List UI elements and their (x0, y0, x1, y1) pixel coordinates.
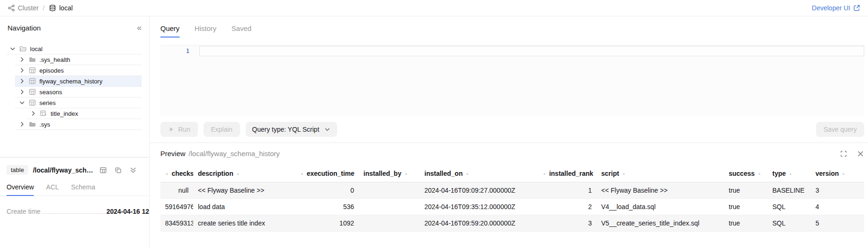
save-query-button[interactable]: Save query (816, 122, 864, 137)
cell-type: BASELINE (768, 182, 811, 199)
section-divider (150, 143, 868, 143)
tab-schema[interactable]: Schema (71, 183, 95, 195)
cell-installed-on: 2024-04-16T09:59:20.000000Z (420, 215, 538, 232)
column-header-installed-by[interactable]: installed_by▲ (359, 164, 420, 182)
sort-asc-icon: ▲ (404, 172, 408, 176)
database-icon (49, 4, 56, 12)
chevron-down-icon[interactable] (9, 45, 16, 52)
explain-button[interactable]: Explain (204, 122, 240, 137)
chevron-right-icon[interactable] (19, 121, 25, 128)
open-preview-icon[interactable] (99, 166, 107, 174)
tree-item-local[interactable]: local (6, 44, 142, 54)
external-link-icon (853, 4, 860, 12)
object-info-header: table /local/flyway_sch… (0, 158, 149, 175)
editor-current-line[interactable] (199, 46, 864, 56)
column-header-installed-on[interactable]: installed_on▲ (420, 164, 538, 182)
cell-installed-on: 2024-04-16T09:09:27.000000Z (420, 182, 538, 199)
cell-installed-by (359, 182, 420, 199)
copy-icon[interactable] (114, 166, 122, 174)
query-type-select[interactable]: Query type: YQL Script (246, 122, 337, 137)
tree-item-seasons[interactable]: seasons (15, 87, 142, 98)
column-header-execution-time[interactable]: ▲execution_time (295, 164, 359, 182)
explain-label: Explain (211, 126, 233, 133)
play-icon (168, 126, 174, 133)
top-bar: Cluster / local Developer UI (0, 0, 868, 16)
chevron-right-icon[interactable] (19, 89, 25, 95)
cell-installed-by (359, 199, 420, 215)
object-info-tabs: Overview ACL Schema (0, 183, 149, 196)
run-button[interactable]: Run (160, 122, 198, 137)
cluster-icon (8, 4, 15, 12)
tree-item-label: episodes (39, 67, 64, 74)
fullscreen-icon[interactable] (840, 150, 847, 158)
table-row[interactable]: 591649768 load data 536 2024-04-16T09:35… (160, 199, 864, 215)
preview-title: Preview (160, 150, 185, 158)
tree-item-label: seasons (39, 89, 62, 96)
collapse-sidebar-icon[interactable]: « (137, 23, 142, 32)
tab-query[interactable]: Query (160, 24, 180, 38)
tree-item-label: title_index (51, 110, 78, 117)
double-chevron-down-icon[interactable] (129, 166, 137, 174)
main-panel: Query History Saved 1 Run Explain Query … (150, 16, 868, 248)
breadcrumb-database[interactable]: local (49, 4, 73, 12)
query-editor[interactable]: 1 (160, 45, 864, 116)
tree-item-sys-health[interactable]: .sys_health (15, 54, 142, 65)
table-row[interactable]: null << Flyway Baseline >> 0 2024-04-16T… (160, 182, 864, 199)
sort-asc-icon: ▲ (842, 172, 845, 176)
table-row[interactable]: 834593133 create series title index 1092… (160, 215, 864, 232)
save-query-label: Save query (823, 126, 857, 133)
column-header-type[interactable]: type▲ (768, 164, 811, 182)
close-icon[interactable] (857, 150, 864, 158)
chevron-down-icon (324, 126, 331, 133)
chevron-right-icon[interactable] (19, 78, 25, 84)
create-time-value: 2024-04-16 12 (106, 208, 149, 215)
table-icon (29, 77, 36, 85)
breadcrumb: Cluster / local (8, 4, 73, 12)
tab-acl[interactable]: ACL (46, 183, 59, 195)
chevron-right-icon[interactable] (19, 67, 25, 74)
content-area: Navigation « local .sys_health episodes (0, 16, 868, 248)
column-header-version[interactable]: version▲ (811, 164, 864, 182)
breadcrumb-cluster-label: Cluster (18, 4, 38, 12)
column-header-installed-rank[interactable]: ▲installed_rank (538, 164, 596, 182)
column-header-script[interactable]: script▲ (596, 164, 724, 182)
tab-history[interactable]: History (195, 24, 217, 38)
cell-description: << Flyway Baseline >> (193, 182, 295, 199)
create-time-row: Create time 2024-04-16 12 (7, 208, 149, 215)
tree-item-series[interactable]: series (15, 98, 142, 108)
tree-item-label: series (39, 99, 56, 106)
sort-asc-icon: ▲ (466, 172, 469, 176)
schema-tree: local .sys_health episodes flyway_schema… (0, 44, 149, 130)
chevron-right-icon[interactable] (19, 56, 25, 63)
tree-item-flyway-schema-history[interactable]: flyway_schema_history (15, 76, 142, 87)
developer-ui-link[interactable]: Developer UI (812, 4, 860, 12)
cell-description: create series title index (193, 215, 295, 232)
table-header-row: ▲checksum description▲ ▲execution_time i… (160, 164, 864, 182)
breadcrumb-cluster[interactable]: Cluster (8, 4, 38, 12)
tree-item-title-index[interactable]: title_index (26, 108, 142, 119)
cell-type: SQL (768, 199, 811, 215)
cell-script: V5__create_series_title_index.sql (596, 215, 724, 232)
preview-table: ▲checksum description▲ ▲execution_time i… (160, 164, 864, 232)
sort-asc-icon: ▲ (757, 172, 761, 176)
cell-script: V4__load_data.sql (596, 199, 724, 215)
folder-icon (29, 120, 36, 128)
tree-item-episodes[interactable]: episodes (15, 65, 142, 76)
preview-header: Preview /local/flyway_schema_history (160, 150, 864, 158)
chevron-down-icon[interactable] (19, 99, 25, 106)
cell-success: true (724, 215, 768, 232)
sort-asc-icon: ▲ (300, 172, 304, 176)
tree-item-sys[interactable]: .sys (15, 119, 142, 130)
query-tabs: Query History Saved (160, 16, 864, 38)
column-header-description[interactable]: description▲ (193, 164, 295, 182)
tab-overview[interactable]: Overview (7, 183, 34, 196)
column-header-checksum[interactable]: ▲checksum (160, 164, 193, 182)
tab-saved[interactable]: Saved (232, 24, 252, 38)
object-path: /local/flyway_sch… (33, 166, 93, 174)
cell-version: 5 (811, 215, 864, 232)
chevron-right-icon[interactable] (30, 110, 37, 117)
folder-icon (29, 56, 36, 63)
column-header-success[interactable]: success▲ (724, 164, 768, 182)
object-info-actions (99, 166, 137, 174)
sort-asc-icon: ▲ (789, 172, 793, 176)
